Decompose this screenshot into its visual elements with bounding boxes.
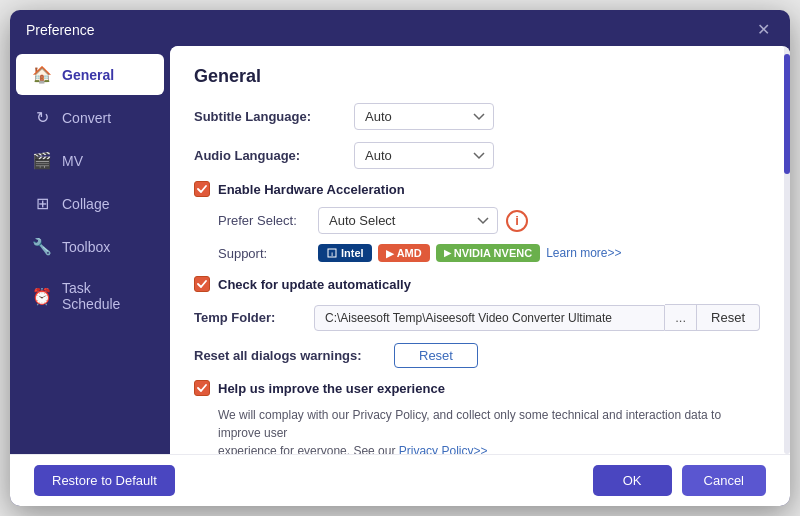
prefer-select-label: Prefer Select:	[218, 213, 318, 228]
support-label: Support:	[218, 246, 318, 261]
sidebar-item-general[interactable]: 🏠 General	[16, 54, 164, 95]
improve-section: Help us improve the user experience We w…	[194, 380, 760, 454]
check-update-label: Check for update automatically	[218, 277, 411, 292]
intel-chip: i Intel	[318, 244, 372, 262]
prefer-select-row: Prefer Select: Auto Select Intel AMD NVI…	[194, 207, 760, 234]
temp-folder-reset-button[interactable]: Reset	[697, 304, 760, 331]
toolbox-icon: 🔧	[32, 237, 52, 256]
audio-language-label: Audio Language:	[194, 148, 354, 163]
sidebar-item-toolbox[interactable]: 🔧 Toolbox	[16, 226, 164, 267]
ok-button[interactable]: OK	[593, 465, 672, 496]
panel-title: General	[194, 66, 760, 87]
help-improve-row: Help us improve the user experience	[194, 380, 760, 396]
temp-folder-row: Temp Folder: C:\Aiseesoft Temp\Aiseesoft…	[194, 304, 760, 331]
support-row: Support: i Intel ▶ AMD ▶ NVIDIA NVENC	[194, 244, 760, 262]
content-area: 🏠 General ↻ Convert 🎬 MV ⊞ Collage 🔧 Too…	[10, 46, 790, 454]
audio-language-select[interactable]: Auto English Chinese	[354, 142, 494, 169]
sidebar-label-toolbox: Toolbox	[62, 239, 110, 255]
scrollbar-thumb[interactable]	[784, 54, 790, 174]
sidebar-item-mv[interactable]: 🎬 MV	[16, 140, 164, 181]
sidebar: 🏠 General ↻ Convert 🎬 MV ⊞ Collage 🔧 Too…	[10, 46, 170, 454]
sidebar-label-task: Task Schedule	[62, 280, 148, 312]
reset-dialogs-row: Reset all dialogs warnings: Reset	[194, 343, 760, 368]
title-bar: Preference ✕	[10, 10, 790, 46]
nvidia-chip: ▶ NVIDIA NVENC	[436, 244, 540, 262]
hardware-accel-checkbox[interactable]	[194, 181, 210, 197]
help-improve-checkbox[interactable]	[194, 380, 210, 396]
main-panel: General Subtitle Language: Auto English …	[170, 46, 784, 454]
sidebar-label-convert: Convert	[62, 110, 111, 126]
check-update-row: Check for update automatically	[194, 276, 760, 292]
sidebar-item-task-schedule[interactable]: ⏰ Task Schedule	[16, 269, 164, 323]
subtitle-language-label: Subtitle Language:	[194, 109, 354, 124]
sidebar-label-collage: Collage	[62, 196, 109, 212]
reset-dialogs-label: Reset all dialogs warnings:	[194, 348, 394, 363]
task-icon: ⏰	[32, 287, 52, 306]
help-improve-label: Help us improve the user experience	[218, 381, 445, 396]
main-with-scroll: General Subtitle Language: Auto English …	[170, 46, 790, 454]
hardware-accel-label: Enable Hardware Acceleration	[218, 182, 405, 197]
preference-dialog: Preference ✕ 🏠 General ↻ Convert 🎬 MV ⊞ …	[10, 10, 790, 506]
sidebar-label-general: General	[62, 67, 114, 83]
cancel-button[interactable]: Cancel	[682, 465, 766, 496]
audio-language-row: Audio Language: Auto English Chinese	[194, 142, 760, 169]
close-button[interactable]: ✕	[753, 20, 774, 40]
sidebar-item-convert[interactable]: ↻ Convert	[16, 97, 164, 138]
temp-folder-browse-button[interactable]: ...	[665, 304, 697, 331]
restore-default-button[interactable]: Restore to Default	[34, 465, 175, 496]
dialog-title: Preference	[26, 22, 94, 38]
reset-dialogs-button[interactable]: Reset	[394, 343, 478, 368]
mv-icon: 🎬	[32, 151, 52, 170]
support-chips: i Intel ▶ AMD ▶ NVIDIA NVENC Learn more>…	[318, 244, 622, 262]
hardware-accel-row: Enable Hardware Acceleration	[194, 181, 760, 197]
sidebar-label-mv: MV	[62, 153, 83, 169]
scrollbar-track	[784, 46, 790, 454]
nvidia-logo: ▶	[444, 248, 451, 258]
learn-more-link[interactable]: Learn more>>	[546, 246, 621, 260]
home-icon: 🏠	[32, 65, 52, 84]
prefer-select-wrap: Auto Select Intel AMD NVIDIA i	[318, 207, 528, 234]
check-update-checkbox[interactable]	[194, 276, 210, 292]
bottom-bar: Restore to Default OK Cancel	[10, 454, 790, 506]
subtitle-language-select[interactable]: Auto English Chinese	[354, 103, 494, 130]
amd-logo: ▶	[386, 248, 394, 259]
subtitle-language-row: Subtitle Language: Auto English Chinese	[194, 103, 760, 130]
convert-icon: ↻	[32, 108, 52, 127]
intel-icon: i	[326, 247, 338, 259]
action-buttons: OK Cancel	[593, 465, 766, 496]
collage-icon: ⊞	[32, 194, 52, 213]
info-icon[interactable]: i	[506, 210, 528, 232]
temp-folder-label: Temp Folder:	[194, 310, 314, 325]
amd-chip: ▶ AMD	[378, 244, 430, 262]
temp-folder-path: C:\Aiseesoft Temp\Aiseesoft Video Conver…	[314, 305, 665, 331]
improve-description: We will complay with our Privacy Policy,…	[194, 406, 760, 454]
prefer-select[interactable]: Auto Select Intel AMD NVIDIA	[318, 207, 498, 234]
svg-text:i: i	[331, 251, 333, 257]
sidebar-item-collage[interactable]: ⊞ Collage	[16, 183, 164, 224]
privacy-policy-link[interactable]: Privacy Policy>>	[399, 444, 488, 454]
